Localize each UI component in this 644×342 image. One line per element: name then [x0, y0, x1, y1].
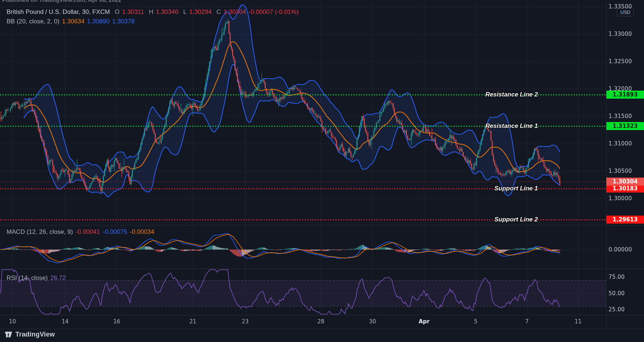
price-chart-canvas[interactable] — [0, 0, 644, 342]
chart-window: Published on TradingView.com, Apr 08, 20… — [0, 0, 644, 342]
